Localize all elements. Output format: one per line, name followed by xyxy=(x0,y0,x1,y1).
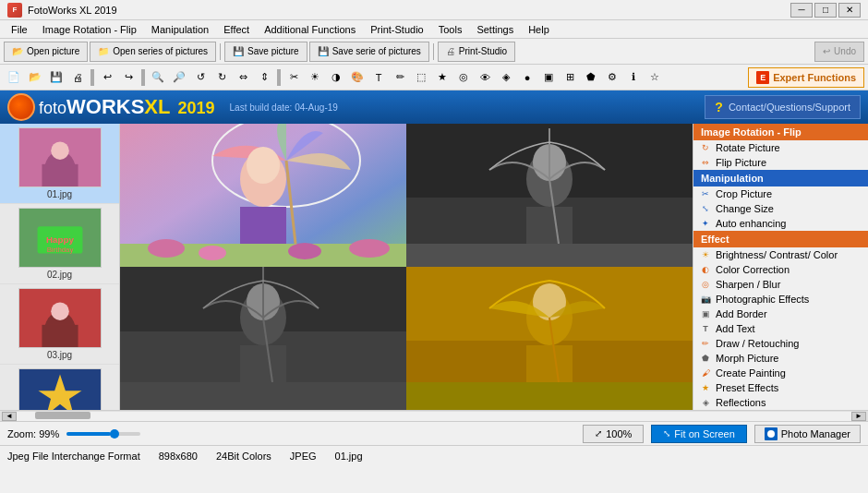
print-studio-button[interactable]: 🖨 Print-Studio xyxy=(438,42,515,62)
contrast-icon[interactable]: ◑ xyxy=(326,67,346,88)
menu-tools[interactable]: Tools xyxy=(431,22,470,37)
filter-icon[interactable]: ◎ xyxy=(453,67,474,88)
panel-change-size[interactable]: ⤡ Change Size xyxy=(693,201,868,216)
flip-v-icon[interactable]: ⇕ xyxy=(254,67,274,88)
contact-button[interactable]: ? Contact/Questions/Support xyxy=(705,95,861,119)
menu-manipulation[interactable]: Manipulation xyxy=(144,22,216,37)
svg-rect-53 xyxy=(406,382,693,410)
panel-draw-retouch[interactable]: ✏ Draw / Retouching xyxy=(693,336,868,351)
title-bar: F FotoWorks XL 2019 ─ □ ✕ xyxy=(0,0,868,20)
select-icon[interactable]: ⬚ xyxy=(411,67,431,88)
right-panel: Image Rotation - Flip ↻ Rotate Picture ⇔… xyxy=(693,124,868,410)
crop-icon[interactable]: ✂ xyxy=(283,67,304,88)
panel-color-correction[interactable]: ◐ Color Correction xyxy=(693,262,868,277)
save-icon[interactable]: 💾 xyxy=(46,67,66,88)
window-controls[interactable]: ─ □ ✕ xyxy=(790,3,861,18)
blur-icon[interactable]: ● xyxy=(517,67,537,88)
thumbnail-item-3[interactable]: 03.jpg xyxy=(0,284,119,365)
panel-morph[interactable]: ⬟ Morph Picture xyxy=(693,351,868,366)
effects-icon[interactable]: ★ xyxy=(432,67,452,88)
zoom-100-button[interactable]: ⤢ 100% xyxy=(583,425,644,443)
panel-add-border[interactable]: ▣ Add Border xyxy=(693,307,868,321)
panel-reflections[interactable]: ◈ Reflections xyxy=(693,395,868,410)
brightness-icon[interactable]: ☀ xyxy=(305,67,325,88)
menu-additional[interactable]: Additional Functions xyxy=(257,22,363,37)
open-icon[interactable]: 📂 xyxy=(25,67,45,88)
maximize-button[interactable]: □ xyxy=(814,3,837,18)
thumbnail-item-4[interactable]: 04.jpg xyxy=(0,365,119,410)
expert-functions-button[interactable]: E Expert Functions xyxy=(748,67,864,88)
draw-icon[interactable]: ✏ xyxy=(390,67,410,88)
zoom-slider-container[interactable] xyxy=(66,432,140,436)
logo-bar: foto WORKS XL 2019 Last build date: 04-A… xyxy=(0,90,868,124)
rotate-right-icon[interactable]: ↻ xyxy=(211,67,232,88)
menu-file[interactable]: File xyxy=(4,22,35,37)
scroll-left-button[interactable]: ◄ xyxy=(2,412,17,421)
star-icon[interactable]: ☆ xyxy=(645,67,665,88)
photo-manager-icon-inner xyxy=(767,430,775,438)
batch-icon[interactable]: ⚙ xyxy=(602,67,622,88)
photo-effects-icon: 📷 xyxy=(699,293,712,306)
panel-flip-picture[interactable]: ⇔ Flip Picture xyxy=(693,155,868,170)
undo-icon2[interactable]: ↩ xyxy=(97,67,117,88)
color-icon[interactable]: 🎨 xyxy=(347,67,368,88)
zoom-slider-thumb[interactable] xyxy=(110,429,119,439)
new-icon[interactable]: 📄 xyxy=(4,67,24,88)
horizontal-scrollbar[interactable]: ◄ ► xyxy=(0,410,868,421)
minimize-button[interactable]: ─ xyxy=(790,3,813,18)
close-button[interactable]: ✕ xyxy=(838,3,861,18)
panel-crop[interactable]: ✂ Crop Picture xyxy=(693,186,868,201)
scroll-thumb[interactable] xyxy=(35,412,90,419)
menu-print[interactable]: Print-Studio xyxy=(363,22,430,37)
photo-manager-button[interactable]: Photo Manager xyxy=(754,425,861,443)
text-icon[interactable]: T xyxy=(368,67,389,88)
thumbnail-item-1[interactable]: 01.jpg xyxy=(0,124,119,204)
panel-add-text[interactable]: T Add Text xyxy=(693,321,868,336)
zoom-slider[interactable] xyxy=(66,432,140,436)
menu-help[interactable]: Help xyxy=(521,22,557,37)
open-series-button[interactable]: 📁 Open series of pictures xyxy=(90,42,216,62)
fit-screen-button[interactable]: ⤡ Fit on Screen xyxy=(651,425,746,443)
undo-button[interactable]: ↩ Undo xyxy=(814,42,864,62)
info-icon[interactable]: ℹ xyxy=(623,67,644,88)
svg-point-27 xyxy=(247,147,280,184)
save-series-button[interactable]: 💾 Save serie of pictures xyxy=(309,42,429,62)
panel-rotate-picture[interactable]: ↻ Rotate Picture xyxy=(693,140,868,155)
open-series-label: Open series of pictures xyxy=(113,46,208,56)
zoom-in-icon[interactable]: 🔍 xyxy=(148,67,168,88)
status-colors: 24Bit Colors xyxy=(216,451,271,462)
menu-rotation[interactable]: Image Rotation - Flip xyxy=(35,22,144,37)
thumbnail-item-2[interactable]: Happy Birthday 02.jpg xyxy=(0,204,119,284)
sharpen-icon[interactable]: ◈ xyxy=(496,67,516,88)
scroll-right-button[interactable]: ► xyxy=(851,412,866,421)
flip-h-icon[interactable]: ⇔ xyxy=(233,67,253,88)
svg-point-31 xyxy=(288,243,321,259)
print-icon[interactable]: 🖨 xyxy=(67,67,88,88)
zoom-100-label: 100% xyxy=(606,428,632,439)
collage-icon[interactable]: ⊞ xyxy=(560,67,580,88)
open-picture-button[interactable]: 📂 Open picture xyxy=(4,42,88,62)
panel-preset-effects[interactable]: ★ Preset Effects xyxy=(693,380,868,395)
border-icon[interactable]: ▣ xyxy=(538,67,559,88)
panel-brightness[interactable]: ☀ Brightness/ Contrast/ Color xyxy=(693,247,868,262)
panel-painting[interactable]: 🖌 Create Painting xyxy=(693,366,868,380)
contact-label: Contact/Questions/Support xyxy=(729,102,850,113)
save-picture-button[interactable]: 💾 Save picture xyxy=(224,42,307,62)
panel-auto-enhance[interactable]: ✦ Auto enhancing xyxy=(693,216,868,231)
rotate-picture-icon: ↻ xyxy=(699,141,712,154)
sharpen-blur-icon: ◎ xyxy=(699,278,712,291)
preset-effects-icon: ★ xyxy=(699,381,712,394)
redo-icon[interactable]: ↪ xyxy=(118,67,139,88)
section-header-manipulation: Manipulation xyxy=(693,170,868,186)
red-eye-icon[interactable]: 👁 xyxy=(475,67,495,88)
panel-sharpen-blur[interactable]: ◎ Sharpen / Blur xyxy=(693,277,868,292)
svg-rect-39 xyxy=(406,244,693,267)
zoom-out-icon[interactable]: 🔎 xyxy=(169,67,189,88)
mask-icon[interactable]: ⬟ xyxy=(581,67,601,88)
menu-effect[interactable]: Effect xyxy=(216,22,257,37)
expert-icon: E xyxy=(756,71,769,84)
panel-photo-effects[interactable]: 📷 Photographic Effects xyxy=(693,292,868,307)
rotate-left-icon[interactable]: ↺ xyxy=(190,67,211,88)
save-series-label: Save serie of pictures xyxy=(332,46,421,56)
menu-settings[interactable]: Settings xyxy=(469,22,521,37)
